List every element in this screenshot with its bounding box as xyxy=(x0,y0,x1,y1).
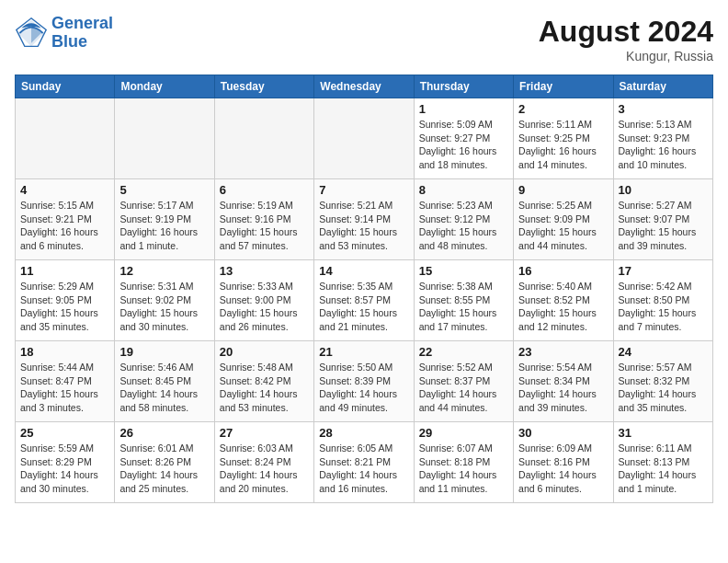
day-info: Sunrise: 5:11 AM Sunset: 9:25 PM Dayligh… xyxy=(518,118,608,172)
calendar-cell: 22Sunrise: 5:52 AM Sunset: 8:37 PM Dayli… xyxy=(414,341,513,422)
calendar-cell: 18Sunrise: 5:44 AM Sunset: 8:47 PM Dayli… xyxy=(16,341,115,422)
day-info: Sunrise: 5:25 AM Sunset: 9:09 PM Dayligh… xyxy=(518,199,608,253)
calendar-cell: 21Sunrise: 5:50 AM Sunset: 8:39 PM Dayli… xyxy=(314,341,414,422)
day-number: 13 xyxy=(220,264,309,278)
day-number: 30 xyxy=(518,426,608,440)
week-row-4: 18Sunrise: 5:44 AM Sunset: 8:47 PM Dayli… xyxy=(16,341,713,422)
day-number: 6 xyxy=(220,183,309,197)
day-info: Sunrise: 6:03 AM Sunset: 8:24 PM Dayligh… xyxy=(220,442,309,496)
day-number: 16 xyxy=(518,264,608,278)
day-info: Sunrise: 5:42 AM Sunset: 8:50 PM Dayligh… xyxy=(619,280,708,334)
day-info: Sunrise: 5:40 AM Sunset: 8:52 PM Dayligh… xyxy=(518,280,608,334)
day-number: 3 xyxy=(619,102,708,116)
day-info: Sunrise: 6:11 AM Sunset: 8:13 PM Dayligh… xyxy=(619,442,708,496)
day-number: 4 xyxy=(20,183,109,197)
day-info: Sunrise: 5:31 AM Sunset: 9:02 PM Dayligh… xyxy=(119,280,209,334)
day-number: 8 xyxy=(419,183,508,197)
day-number: 28 xyxy=(319,426,408,440)
day-number: 17 xyxy=(619,264,708,278)
calendar-cell: 30Sunrise: 6:09 AM Sunset: 8:16 PM Dayli… xyxy=(514,422,613,503)
day-number: 27 xyxy=(220,426,309,440)
weekday-header-friday: Friday xyxy=(514,75,613,98)
day-number: 22 xyxy=(419,345,508,359)
calendar-cell: 3Sunrise: 5:13 AM Sunset: 9:23 PM Daylig… xyxy=(613,98,712,179)
calendar-cell: 24Sunrise: 5:57 AM Sunset: 8:32 PM Dayli… xyxy=(613,341,712,422)
day-number: 15 xyxy=(419,264,508,278)
calendar-cell: 2Sunrise: 5:11 AM Sunset: 9:25 PM Daylig… xyxy=(514,98,613,179)
calendar-cell: 10Sunrise: 5:27 AM Sunset: 9:07 PM Dayli… xyxy=(613,179,712,260)
calendar-cell: 4Sunrise: 5:15 AM Sunset: 9:21 PM Daylig… xyxy=(16,179,115,260)
day-info: Sunrise: 5:29 AM Sunset: 9:05 PM Dayligh… xyxy=(20,280,109,334)
calendar-cell: 11Sunrise: 5:29 AM Sunset: 9:05 PM Dayli… xyxy=(16,260,115,341)
calendar-cell: 14Sunrise: 5:35 AM Sunset: 8:57 PM Dayli… xyxy=(314,260,414,341)
location: Kungur, Russia xyxy=(539,49,713,63)
day-info: Sunrise: 5:33 AM Sunset: 9:00 PM Dayligh… xyxy=(220,280,309,334)
calendar-cell: 31Sunrise: 6:11 AM Sunset: 8:13 PM Dayli… xyxy=(613,422,712,503)
day-info: Sunrise: 5:35 AM Sunset: 8:57 PM Dayligh… xyxy=(319,280,408,334)
week-row-2: 4Sunrise: 5:15 AM Sunset: 9:21 PM Daylig… xyxy=(16,179,713,260)
day-info: Sunrise: 5:27 AM Sunset: 9:07 PM Dayligh… xyxy=(619,199,708,253)
logo-text: General Blue xyxy=(51,15,113,52)
calendar-cell: 6Sunrise: 5:19 AM Sunset: 9:16 PM Daylig… xyxy=(214,179,313,260)
logo-icon xyxy=(15,17,48,50)
day-info: Sunrise: 5:09 AM Sunset: 9:27 PM Dayligh… xyxy=(419,118,508,172)
weekday-header-row: SundayMondayTuesdayWednesdayThursdayFrid… xyxy=(16,75,713,98)
day-number: 18 xyxy=(20,345,109,359)
calendar-cell: 19Sunrise: 5:46 AM Sunset: 8:45 PM Dayli… xyxy=(115,341,214,422)
calendar-cell xyxy=(314,98,414,179)
month-year: August 2024 xyxy=(539,15,713,49)
day-number: 2 xyxy=(518,102,608,116)
day-info: Sunrise: 5:17 AM Sunset: 9:19 PM Dayligh… xyxy=(119,199,209,253)
day-number: 10 xyxy=(619,183,708,197)
day-info: Sunrise: 5:15 AM Sunset: 9:21 PM Dayligh… xyxy=(20,199,109,253)
day-info: Sunrise: 6:09 AM Sunset: 8:16 PM Dayligh… xyxy=(518,442,608,496)
day-number: 23 xyxy=(518,345,608,359)
day-info: Sunrise: 5:13 AM Sunset: 9:23 PM Dayligh… xyxy=(619,118,708,172)
title-block: August 2024 Kungur, Russia xyxy=(539,15,713,63)
calendar-cell xyxy=(115,98,214,179)
weekday-header-saturday: Saturday xyxy=(613,75,712,98)
day-number: 31 xyxy=(619,426,708,440)
day-number: 24 xyxy=(619,345,708,359)
calendar-cell: 26Sunrise: 6:01 AM Sunset: 8:26 PM Dayli… xyxy=(115,422,214,503)
weekday-header-monday: Monday xyxy=(115,75,214,98)
day-info: Sunrise: 6:05 AM Sunset: 8:21 PM Dayligh… xyxy=(319,442,408,496)
calendar-cell: 7Sunrise: 5:21 AM Sunset: 9:14 PM Daylig… xyxy=(314,179,414,260)
weekday-header-thursday: Thursday xyxy=(414,75,513,98)
calendar-cell: 20Sunrise: 5:48 AM Sunset: 8:42 PM Dayli… xyxy=(214,341,313,422)
day-info: Sunrise: 6:07 AM Sunset: 8:18 PM Dayligh… xyxy=(419,442,508,496)
day-number: 14 xyxy=(319,264,408,278)
calendar-cell: 29Sunrise: 6:07 AM Sunset: 8:18 PM Dayli… xyxy=(414,422,513,503)
day-number: 5 xyxy=(119,183,209,197)
calendar-cell: 1Sunrise: 5:09 AM Sunset: 9:27 PM Daylig… xyxy=(414,98,513,179)
page-header: General Blue August 2024 Kungur, Russia xyxy=(15,15,713,63)
day-info: Sunrise: 5:57 AM Sunset: 8:32 PM Dayligh… xyxy=(619,361,708,415)
calendar-cell: 15Sunrise: 5:38 AM Sunset: 8:55 PM Dayli… xyxy=(414,260,513,341)
calendar-cell: 23Sunrise: 5:54 AM Sunset: 8:34 PM Dayli… xyxy=(514,341,613,422)
calendar-cell: 27Sunrise: 6:03 AM Sunset: 8:24 PM Dayli… xyxy=(214,422,313,503)
day-number: 21 xyxy=(319,345,408,359)
day-number: 1 xyxy=(419,102,508,116)
day-info: Sunrise: 5:50 AM Sunset: 8:39 PM Dayligh… xyxy=(319,361,408,415)
weekday-header-wednesday: Wednesday xyxy=(314,75,414,98)
calendar-cell: 25Sunrise: 5:59 AM Sunset: 8:29 PM Dayli… xyxy=(16,422,115,503)
weekday-header-sunday: Sunday xyxy=(16,75,115,98)
day-info: Sunrise: 5:21 AM Sunset: 9:14 PM Dayligh… xyxy=(319,199,408,253)
day-number: 7 xyxy=(319,183,408,197)
day-info: Sunrise: 5:54 AM Sunset: 8:34 PM Dayligh… xyxy=(518,361,608,415)
day-number: 20 xyxy=(220,345,309,359)
calendar-cell: 28Sunrise: 6:05 AM Sunset: 8:21 PM Dayli… xyxy=(314,422,414,503)
logo: General Blue xyxy=(15,15,113,52)
day-number: 29 xyxy=(419,426,508,440)
weekday-header-tuesday: Tuesday xyxy=(214,75,313,98)
week-row-1: 1Sunrise: 5:09 AM Sunset: 9:27 PM Daylig… xyxy=(16,98,713,179)
calendar-cell: 13Sunrise: 5:33 AM Sunset: 9:00 PM Dayli… xyxy=(214,260,313,341)
calendar-cell: 16Sunrise: 5:40 AM Sunset: 8:52 PM Dayli… xyxy=(514,260,613,341)
calendar-cell: 17Sunrise: 5:42 AM Sunset: 8:50 PM Dayli… xyxy=(613,260,712,341)
day-number: 11 xyxy=(20,264,109,278)
day-info: Sunrise: 5:44 AM Sunset: 8:47 PM Dayligh… xyxy=(20,361,109,415)
week-row-3: 11Sunrise: 5:29 AM Sunset: 9:05 PM Dayli… xyxy=(16,260,713,341)
day-info: Sunrise: 5:23 AM Sunset: 9:12 PM Dayligh… xyxy=(419,199,508,253)
day-info: Sunrise: 5:52 AM Sunset: 8:37 PM Dayligh… xyxy=(419,361,508,415)
day-info: Sunrise: 5:48 AM Sunset: 8:42 PM Dayligh… xyxy=(220,361,309,415)
